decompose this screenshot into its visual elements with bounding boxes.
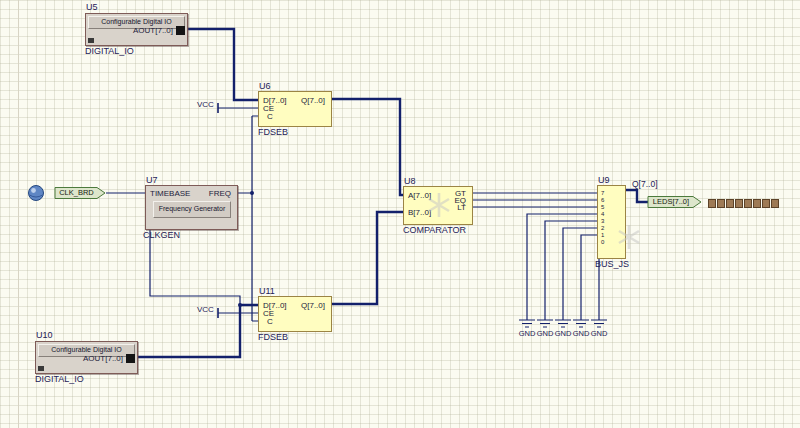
port-clk-brd-label: CLK_BRD bbox=[56, 188, 97, 197]
gnd-symbol-icon[interactable] bbox=[519, 320, 535, 327]
u5-aout-pin[interactable] bbox=[176, 26, 185, 35]
u10-refdes: U10 bbox=[36, 330, 53, 340]
u9-pin0-label: 0 bbox=[601, 239, 604, 245]
u6-refdes: U6 bbox=[259, 81, 271, 91]
u9-refdes: U9 bbox=[598, 175, 610, 185]
u7-pin-freq-label: FREQ bbox=[193, 189, 231, 198]
led-indicator-3[interactable] bbox=[744, 199, 752, 208]
u5-pin-aout-label: AOUT[7..0] bbox=[100, 26, 173, 35]
u7-clkgen-block[interactable]: TIMEBASE FREQ Frequency Generator bbox=[145, 185, 238, 230]
u10-partname: DIGITAL_IO bbox=[35, 374, 84, 384]
wire-u11-q-to-u8-b[interactable] bbox=[330, 212, 403, 304]
u6-pin-q-label: Q[7..0] bbox=[287, 96, 325, 105]
led-indicator-4[interactable] bbox=[735, 199, 743, 208]
gnd-symbol-icon[interactable] bbox=[555, 320, 571, 327]
led-indicator-5[interactable] bbox=[726, 199, 734, 208]
u6-pin-c-label: C bbox=[267, 112, 273, 121]
led-indicator-0[interactable] bbox=[771, 199, 779, 208]
u7-refdes: U7 bbox=[146, 175, 158, 185]
wire-u9-pin4-to-gnd[interactable] bbox=[527, 214, 597, 320]
u8-pin-lt-label: LT bbox=[438, 203, 466, 212]
u5-corner-pin bbox=[88, 38, 94, 43]
led-indicator-1[interactable] bbox=[762, 199, 770, 208]
u7-pin-timebase-label: TIMEBASE bbox=[150, 189, 190, 198]
u9-pin4-label: 4 bbox=[601, 211, 604, 217]
u10-pin-aout-label: AOUT[7..0] bbox=[50, 354, 123, 363]
wire-u9-pin2-to-gnd[interactable] bbox=[563, 228, 597, 320]
wire-freq-clock-net[interactable] bbox=[236, 116, 258, 321]
gnd-symbol-icon[interactable] bbox=[573, 320, 589, 327]
wire-u9-q-to-leds-port[interactable] bbox=[624, 190, 648, 202]
u10-aout-pin[interactable] bbox=[126, 354, 135, 363]
u8-comparator-block[interactable]: A[7..0] B[7..0] GT EQ LT bbox=[403, 186, 473, 225]
u11-pin-q-label: Q[7..0] bbox=[287, 301, 325, 310]
u11-pin-c-label: C bbox=[267, 317, 273, 326]
u9-pin5-label: 5 bbox=[601, 204, 604, 210]
u10-corner-pin bbox=[38, 366, 44, 371]
u6-fdseb-block[interactable]: D[7..0] CE C Q[7..0] bbox=[258, 91, 332, 127]
wire-u5-aout-to-u6-d[interactable] bbox=[186, 29, 258, 100]
u8-pin-a-label: A[7..0] bbox=[408, 191, 431, 200]
gnd-symbol-icon[interactable] bbox=[537, 320, 553, 327]
u9-pin7-label: 7 bbox=[601, 190, 604, 196]
gnd-label: GND bbox=[587, 329, 611, 338]
u9-busjoin-block[interactable]: 7 6 5 4 3 2 1 0 bbox=[597, 185, 626, 259]
u7-body-label: Frequency Generator bbox=[154, 202, 230, 215]
u11-refdes: U11 bbox=[259, 286, 275, 296]
u10-title: Configurable Digital IO bbox=[39, 345, 134, 354]
blue-sphere-icon[interactable] bbox=[29, 186, 44, 201]
u9-pin2-label: 2 bbox=[601, 225, 604, 231]
u5-partname: DIGITAL_IO bbox=[85, 46, 134, 56]
gnd-symbol-icon[interactable] bbox=[591, 320, 607, 327]
net-label-q[interactable]: Q[7..0] bbox=[632, 179, 658, 189]
u8-partname: COMPARATOR bbox=[403, 225, 466, 235]
u5-digital-io-block[interactable]: Configurable Digital IO AOUT[7..0] bbox=[85, 13, 188, 46]
vcc-label-bottom[interactable]: VCC bbox=[197, 305, 214, 314]
u8-pin-b-label: B[7..0] bbox=[408, 208, 431, 217]
u9-pin1-label: 1 bbox=[601, 232, 604, 238]
u10-digital-io-block[interactable]: Configurable Digital IO AOUT[7..0] bbox=[35, 341, 138, 374]
u5-title: Configurable Digital IO bbox=[89, 17, 184, 26]
sheet-border-line bbox=[18, 0, 19, 428]
wire-u9-pin3-to-gnd[interactable] bbox=[545, 221, 597, 320]
u9-pin3-label: 3 bbox=[601, 218, 604, 224]
u6-partname: FDSEB bbox=[258, 127, 288, 137]
schematic-canvas[interactable]: U5 Configurable Digital IO AOUT[7..0] DI… bbox=[0, 0, 800, 428]
vcc-label-top[interactable]: VCC bbox=[197, 100, 214, 109]
u11-partname: FDSEB bbox=[258, 332, 288, 342]
u7-partname: CLKGEN bbox=[143, 230, 180, 240]
junction-dot bbox=[238, 303, 242, 307]
u11-fdseb-block[interactable]: D[7..0] CE C Q[7..0] bbox=[258, 296, 332, 332]
u7-body-box: Frequency Generator bbox=[153, 201, 231, 218]
led-indicator-7[interactable] bbox=[708, 199, 716, 208]
junction-dot bbox=[250, 191, 254, 195]
led-indicator-6[interactable] bbox=[717, 199, 725, 208]
u9-pin6-label: 6 bbox=[601, 197, 604, 203]
u5-refdes: U5 bbox=[86, 2, 98, 12]
led-indicator-2[interactable] bbox=[753, 199, 761, 208]
port-leds-label: LEDS[7..0] bbox=[649, 197, 693, 206]
u9-partname: BUS_JS bbox=[595, 259, 629, 269]
wire-u6-q-to-u8-a[interactable] bbox=[330, 99, 403, 195]
u8-refdes: U8 bbox=[404, 176, 416, 186]
wire-u9-pin1-to-gnd[interactable] bbox=[581, 235, 597, 320]
